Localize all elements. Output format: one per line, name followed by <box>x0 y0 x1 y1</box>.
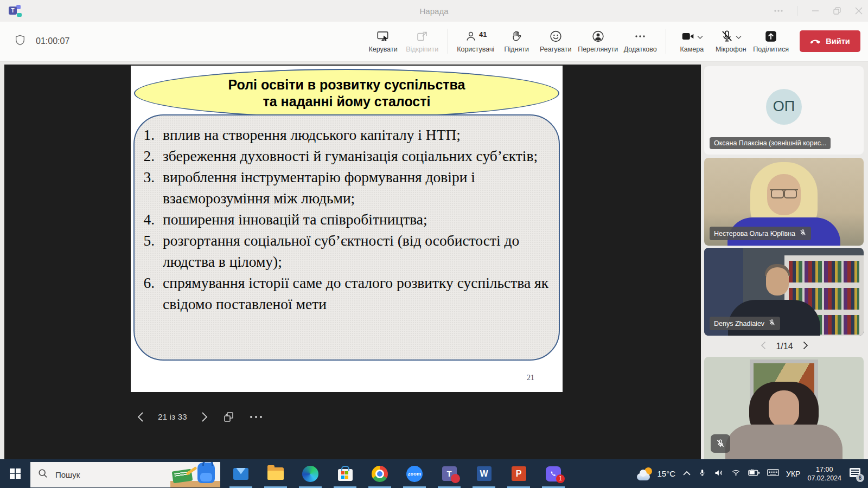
titlebar-divider <box>797 6 797 16</box>
meeting-timer: 01:00:07 <box>36 36 69 46</box>
participant-count: 41 <box>479 30 487 38</box>
people-icon <box>464 29 477 45</box>
tray-keyboard-icon[interactable] <box>767 468 779 479</box>
windows-taskbar: zoom T W P 1 15°C <box>0 459 868 488</box>
avatar: ОП <box>766 89 802 125</box>
shared-slide: Ролі освіти в розвитку суспільства та на… <box>131 66 563 392</box>
pagination-next-icon[interactable] <box>803 341 808 352</box>
taskbar-app-mail-icon[interactable] <box>227 459 255 488</box>
microphone-button[interactable]: Мікрофон <box>714 24 748 59</box>
titlebar: T Нарада <box>0 0 868 22</box>
toolbar-divider <box>448 29 448 54</box>
camera-button[interactable]: Камера <box>675 24 709 59</box>
window-title: Нарада <box>0 7 868 16</box>
participant-name-badge: Нестерова Ольга Юріївна <box>710 227 811 240</box>
mic-off-icon <box>799 229 807 238</box>
react-button[interactable]: Реагувати <box>539 24 572 59</box>
person-circle-icon <box>591 29 605 43</box>
microphone-chevron-icon[interactable] <box>736 34 742 41</box>
participant-name-badge: Оксана Плаксіна (зовнішній корис... <box>710 137 831 149</box>
slide-list-item: розгортання соціальної суб’єктності (від… <box>158 230 553 272</box>
taskbar-apps: zoom T W P 1 <box>227 459 567 488</box>
unpin-icon <box>416 29 429 43</box>
taskbar-app-viber-icon[interactable]: 1 <box>539 459 567 488</box>
slide-list-item: вироблення інструментарію формування дов… <box>158 166 553 209</box>
taskbar-app-zoom-icon[interactable]: zoom <box>400 459 429 488</box>
participants-pagination: 1/14 <box>701 338 868 355</box>
pagination-label: 1/14 <box>776 342 793 351</box>
taskbar-app-store-icon[interactable] <box>331 459 359 488</box>
viber-badge: 1 <box>556 474 565 483</box>
participant-tile[interactable] <box>704 357 864 459</box>
meeting-toolbar: 01:00:07 Керувати Відкріпити <box>0 22 868 62</box>
slide-list-item: поширення інновацій та співробітництва; <box>158 209 553 230</box>
view-button[interactable]: Переглянути <box>578 24 618 59</box>
participants-button[interactable]: 41 Користувачі <box>457 24 494 59</box>
teams-meeting-window: T Нарада 01:00:07 <box>0 0 868 488</box>
share-button[interactable]: Поділитися <box>753 24 789 59</box>
camera-chevron-icon[interactable] <box>697 34 703 41</box>
slide-list: вплив на створення людського капіталу і … <box>135 115 559 314</box>
weather-widget[interactable]: 15°C <box>637 467 676 480</box>
slide-title: Ролі освіти в розвитку суспільства та на… <box>134 69 559 118</box>
taskbar-app-edge-icon[interactable] <box>296 459 324 488</box>
search-input[interactable] <box>54 470 149 480</box>
taskbar-search[interactable] <box>30 462 220 487</box>
raised-hand-icon <box>510 29 523 43</box>
raise-hand-button[interactable]: Підняти <box>500 24 533 59</box>
taskbar-app-teams-icon[interactable]: T <box>435 459 463 488</box>
more-options-button[interactable]: Додатково <box>623 24 657 59</box>
pagination-previous-icon[interactable] <box>761 341 766 352</box>
previous-slide-button[interactable] <box>137 412 144 422</box>
tray-battery-icon[interactable] <box>748 468 760 479</box>
manage-button[interactable]: Керувати <box>366 24 400 59</box>
screen-control-icon <box>376 29 390 43</box>
toolbar-divider <box>666 29 666 54</box>
slide-list-item: спрямування історії саме до сталого розв… <box>158 272 553 314</box>
tray-time: 17:00 <box>807 465 841 474</box>
system-tray: 15°C УКР 17:00 07.02.2024 <box>637 465 868 483</box>
mic-off-icon <box>720 29 734 45</box>
minimize-button[interactable] <box>812 7 819 15</box>
titlebar-more-icon[interactable] <box>774 10 783 12</box>
clock[interactable]: 17:00 07.02.2024 <box>807 465 841 483</box>
notification-center-icon[interactable]: 6 <box>848 467 863 481</box>
leave-button[interactable]: Вийти <box>800 30 860 52</box>
camera-icon <box>680 29 695 45</box>
weather-temperature: 15°C <box>658 469 676 478</box>
search-icon <box>38 468 48 480</box>
tray-volume-icon[interactable] <box>713 468 724 480</box>
mic-off-icon <box>768 319 776 328</box>
teams-notification-dot <box>451 474 460 483</box>
slide-list-item: вплив на створення людського капіталу і … <box>158 124 553 145</box>
weather-icon <box>637 467 653 480</box>
close-button[interactable] <box>855 7 863 15</box>
notification-count-badge: 6 <box>856 474 864 482</box>
participant-tile[interactable]: Denys Zhadiaiev <box>704 248 864 336</box>
language-indicator[interactable]: УКР <box>786 470 800 478</box>
slide-navigation: 21 із 33 <box>137 407 263 427</box>
tray-expand-chevron-icon[interactable] <box>682 469 691 479</box>
shield-icon <box>14 34 26 49</box>
start-button[interactable] <box>0 459 30 488</box>
hangup-phone-icon <box>810 37 821 46</box>
tray-microphone-icon[interactable] <box>698 468 706 480</box>
taskbar-app-chrome-icon[interactable] <box>366 459 394 488</box>
slide-more-options-icon[interactable] <box>250 415 263 419</box>
next-slide-button[interactable] <box>201 412 208 422</box>
tray-date: 07.02.2024 <box>807 474 841 483</box>
presentation-stage: Ролі освіти в розвитку суспільства та на… <box>4 65 701 459</box>
taskbar-app-word-icon[interactable]: W <box>470 459 498 488</box>
tray-wifi-icon[interactable] <box>731 468 741 479</box>
taskbar-app-file-explorer-icon[interactable] <box>261 459 290 488</box>
unpin-button: Відкріпити <box>405 24 439 59</box>
participant-tile[interactable]: ОП Оксана Плаксіна (зовнішній корис... <box>704 66 864 155</box>
taskbar-app-powerpoint-icon[interactable]: P <box>505 459 533 488</box>
mic-off-icon <box>711 434 730 453</box>
search-box-illustration <box>170 462 220 487</box>
restore-button[interactable] <box>833 7 841 15</box>
slide-layout-icon[interactable] <box>222 410 235 423</box>
slide-position: 21 із 33 <box>158 412 187 422</box>
slide-page-number: 21 <box>527 374 534 382</box>
participant-tile[interactable]: Нестерова Ольга Юріївна <box>704 158 864 246</box>
